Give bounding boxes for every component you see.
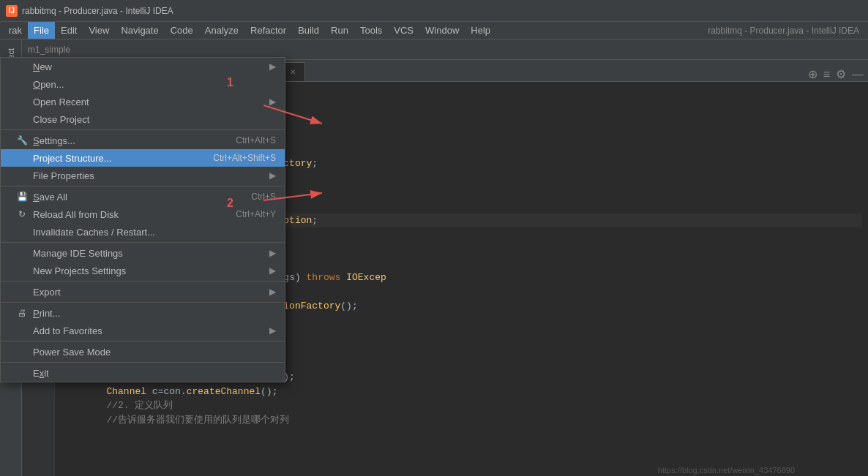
menu-save-all[interactable]: 💾 Save All Ctrl+S [1, 188, 285, 205]
menu-item-tools[interactable]: Tools [354, 22, 388, 39]
menu-reload-disk[interactable]: ↻ Reload All from Disk Ctrl+Alt+Y [1, 205, 285, 223]
separator-6 [1, 341, 285, 341]
menu-exit[interactable]: Exit [1, 364, 285, 382]
menu-item-code[interactable]: Code [165, 22, 199, 39]
menu-item-vcs[interactable]: VCS [388, 22, 419, 39]
separator-3 [1, 242, 285, 243]
menu-new-projects-settings[interactable]: New Projects Settings ▶ [1, 262, 285, 279]
submenu-arrow-fileprops: ▶ [269, 170, 276, 181]
separator-1 [1, 129, 285, 130]
menu-print[interactable]: 🖨 Print... [1, 304, 285, 322]
tab-icon-minus[interactable]: — [852, 68, 864, 81]
separator-4 [1, 281, 285, 282]
tab-icon-gear[interactable]: ⚙ [836, 67, 846, 81]
separator-5 [1, 302, 285, 303]
separator-2 [1, 186, 285, 186]
menu-open-recent[interactable]: Open Recent ▶ [1, 93, 285, 110]
submenu-arrow-ide: ▶ [269, 248, 276, 258]
menu-item-window[interactable]: Window [419, 22, 465, 39]
window-title: rabbitmq - Producer.java - IntelliJ IDEA [22, 6, 173, 16]
menu-bar: rak File Edit View Navigate Code Analyze… [0, 22, 868, 39]
menu-file-properties[interactable]: File Properties ▶ [1, 167, 285, 184]
menu-invalidate-caches[interactable]: Invalidate Caches / Restart... [1, 223, 285, 241]
submenu-arrow-favorites: ▶ [269, 325, 276, 336]
file-dropdown: New ▶ Open... Open Recent ▶ Close Projec… [0, 57, 285, 382]
tab-producer-close[interactable]: ✕ [290, 68, 296, 76]
menu-new[interactable]: New ▶ [1, 58, 285, 75]
watermark-text: https://blog.csdn.net/weixin_43476890 [658, 466, 795, 475]
settings-icon: 🔧 [15, 135, 29, 146]
menu-open[interactable]: Open... [1, 75, 285, 93]
watermark: https://blog.csdn.net/weixin_43476890 [658, 466, 795, 475]
submenu-arrow-recent: ▶ [269, 97, 276, 107]
submenu-arrow-export: ▶ [269, 287, 276, 297]
menu-settings[interactable]: 🔧 Settings... Ctrl+Alt+S [1, 132, 285, 149]
menu-item-edit[interactable]: Edit [55, 22, 83, 39]
menu-close-project[interactable]: Close Project [1, 110, 285, 128]
menu-item-rak[interactable]: rak [3, 22, 28, 39]
menu-power-save[interactable]: Power Save Mode [1, 343, 285, 360]
menu-manage-ide[interactable]: Manage IDE Settings ▶ [1, 244, 285, 262]
separator-7 [1, 362, 285, 363]
title-bar: IJ rabbitmq - Producer.java - IntelliJ I… [0, 0, 868, 22]
breadcrumb-path: m1_simple [28, 45, 70, 55]
menu-item-refactor[interactable]: Refactor [244, 22, 292, 39]
menu-item-analyze[interactable]: Analyze [199, 22, 244, 39]
menu-item-build[interactable]: Build [292, 22, 325, 39]
menu-item-help[interactable]: Help [465, 22, 496, 39]
reload-icon: ↻ [15, 209, 29, 219]
menu-project-structure[interactable]: Project Structure... Ctrl+Alt+Shift+S [1, 149, 285, 167]
submenu-arrow-newprojects: ▶ [269, 265, 276, 276]
menu-add-favorites[interactable]: Add to Favorites ▶ [1, 322, 285, 339]
print-icon: 🖨 [15, 308, 29, 318]
title-right: rabbitmq - Producer.java - IntelliJ IDEA [708, 26, 859, 36]
submenu-arrow-new: ▶ [269, 61, 276, 72]
menu-export[interactable]: Export ▶ [1, 283, 285, 301]
menu-item-navigate[interactable]: Navigate [115, 22, 164, 39]
menu-item-view[interactable]: View [83, 22, 115, 39]
tab-icon-list[interactable]: ≡ [823, 68, 830, 81]
menu-item-file[interactable]: File [28, 22, 55, 39]
tab-toolbar: ⊕ ≡ ⚙ — [804, 67, 868, 81]
app-icon: IJ [6, 5, 18, 17]
tab-icon-sphere[interactable]: ⊕ [808, 67, 818, 81]
main-layout: 1: Project 2: Structure New ▶ Open... Op… [0, 39, 868, 476]
save-icon: 💾 [15, 192, 29, 202]
menu-item-run[interactable]: Run [325, 22, 354, 39]
